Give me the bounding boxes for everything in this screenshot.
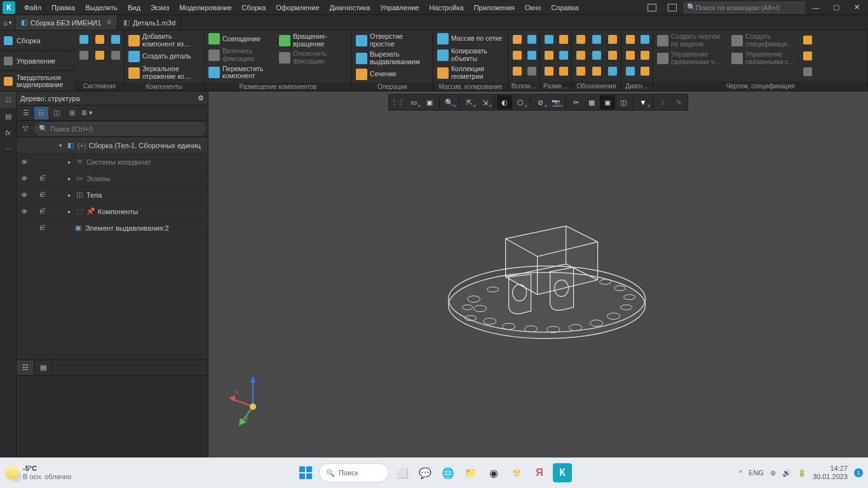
new-doc-button[interactable] bbox=[76, 32, 92, 47]
tree-node-coords[interactable]: 👁 ▸ ⤧ Системы координат bbox=[17, 154, 208, 170]
menu-file[interactable]: Файл bbox=[19, 4, 46, 11]
ann-btn-1[interactable] bbox=[573, 32, 588, 47]
visibility-toggle[interactable]: 👁 bbox=[17, 158, 32, 166]
vt-sketch[interactable]: ▭▾ bbox=[406, 95, 421, 109]
copy-objects-button[interactable]: Копировать объекты bbox=[435, 46, 506, 64]
vt-measure[interactable]: ⟟ bbox=[655, 95, 670, 109]
visibility-toggle[interactable]: 👁 bbox=[17, 175, 32, 182]
rail-vars-icon[interactable]: fx bbox=[0, 125, 16, 141]
taskbar-search[interactable]: 🔍Поиск bbox=[319, 463, 389, 482]
tree-view-2[interactable]: ☷ bbox=[34, 107, 48, 119]
menu-help[interactable]: Справка bbox=[546, 4, 584, 11]
dim-btn-6[interactable] bbox=[556, 64, 571, 79]
tray-language[interactable]: ENG bbox=[749, 469, 764, 477]
tree-node-sketches[interactable]: 👁 ∈ ▸ ▭ Эскизы bbox=[17, 170, 208, 187]
vt-orient-2[interactable]: ⇲▾ bbox=[477, 95, 492, 109]
start-button[interactable] bbox=[296, 463, 315, 482]
menu-diagnostics[interactable]: Диагностика bbox=[325, 4, 376, 11]
include-toggle[interactable]: ∈ bbox=[34, 207, 50, 215]
tray-clock[interactable]: 14:27 30.01.2023 bbox=[813, 464, 848, 481]
aux-btn-6[interactable] bbox=[524, 64, 539, 79]
tree-search-input[interactable]: 🔍 Поиск (Ctrl+/) bbox=[34, 123, 205, 135]
tree-view-1[interactable]: ☰ bbox=[19, 107, 33, 119]
tab-part[interactable]: ◧ Деталь1.m3d bbox=[118, 15, 181, 30]
tree-view-5[interactable]: ≣ ▾ bbox=[80, 107, 94, 119]
manage-specs-button[interactable]: Управление связанными с… bbox=[729, 50, 803, 67]
aux-btn-1[interactable] bbox=[510, 32, 525, 47]
ann-btn-3[interactable] bbox=[605, 32, 620, 47]
dim-btn-5[interactable] bbox=[541, 64, 557, 79]
include-toggle[interactable]: ∈ bbox=[34, 191, 50, 199]
command-search-input[interactable]: 🔍 Поиск по командам (Alt+/) bbox=[684, 2, 804, 13]
tree-root[interactable]: ▾ ◧ (+) Сборка (Тел-1, Сборочных единиц bbox=[17, 137, 208, 154]
app-kompas[interactable]: К bbox=[553, 463, 572, 482]
menu-view[interactable]: Вид bbox=[123, 4, 146, 11]
gear-icon[interactable]: ⚙ bbox=[198, 94, 204, 102]
hole-button[interactable]: Отверстие простое bbox=[353, 32, 431, 49]
app-edge[interactable]: 🌐 bbox=[438, 463, 458, 482]
aux-btn-2[interactable] bbox=[524, 32, 539, 47]
create-spec-button[interactable]: Создать спецификаци… bbox=[729, 32, 803, 49]
undo-button[interactable] bbox=[92, 48, 107, 63]
weather-widget[interactable]: -5°C В осн. облачно bbox=[5, 464, 71, 481]
print-button[interactable] bbox=[76, 48, 92, 63]
vt-zoom[interactable]: 🔍▾ bbox=[442, 95, 457, 109]
menu-apps[interactable]: Приложения bbox=[469, 4, 520, 11]
extra-btn-2[interactable] bbox=[803, 51, 817, 60]
disable-fix-button[interactable]: Отключить фиксацию bbox=[276, 49, 346, 66]
3d-viewport[interactable]: ⋮⋮ ▭▾ ▣ 🔍▾ ⇱▾ ⇲▾ ◐ ⬡▾ ⊘▾ 📷▾ ✂ ▦ ▣ ◫ ▼▾ ⟟… bbox=[208, 92, 868, 458]
enable-fix-button[interactable]: Включить фиксацию bbox=[206, 46, 276, 64]
window-maximize[interactable]: ▢ bbox=[827, 2, 845, 13]
diag-btn-5[interactable] bbox=[623, 64, 638, 79]
layout-icon-1[interactable] bbox=[643, 2, 661, 13]
volume-icon[interactable]: 🔊 bbox=[782, 469, 791, 477]
array-grid-button[interactable]: Массив по сетке bbox=[435, 32, 506, 46]
tree-node-bodies[interactable]: 👁 ∈ ▸ ◫ Тела bbox=[17, 187, 208, 203]
task-view[interactable]: ⬜ bbox=[393, 463, 412, 482]
diag-btn-3[interactable] bbox=[623, 48, 638, 63]
tree-node-components[interactable]: 👁 ∈ ▸ ⬚ 📌 Компоненты bbox=[17, 203, 208, 220]
ann-btn-5[interactable] bbox=[589, 48, 604, 63]
open-button[interactable] bbox=[92, 32, 107, 47]
window-close[interactable]: ✕ bbox=[848, 2, 865, 13]
ann-btn-4[interactable] bbox=[573, 48, 588, 63]
vt-hide[interactable]: ⊘▾ bbox=[532, 95, 548, 109]
vt-tool-3[interactable]: ▣ bbox=[600, 95, 615, 109]
menu-sketch[interactable]: Эскиз bbox=[146, 4, 174, 11]
ann-btn-9[interactable] bbox=[605, 64, 620, 79]
app-hazard[interactable]: ☢ bbox=[507, 463, 526, 482]
menu-edit[interactable]: Правка bbox=[46, 4, 80, 11]
ann-btn-2[interactable] bbox=[589, 32, 604, 47]
section-button[interactable]: Сечение bbox=[353, 67, 431, 81]
visibility-toggle[interactable]: 👁 bbox=[17, 191, 32, 199]
tray-chevron-icon[interactable]: ^ bbox=[739, 469, 742, 477]
menu-manage[interactable]: Управление bbox=[375, 4, 424, 11]
vt-picker[interactable]: ✎ bbox=[671, 95, 686, 109]
vt-grip[interactable]: ⋮⋮ bbox=[390, 95, 405, 109]
diag-btn-2[interactable] bbox=[637, 32, 653, 47]
app-chrome[interactable]: ◉ bbox=[484, 463, 503, 482]
visibility-toggle[interactable]: 👁 bbox=[17, 208, 32, 215]
aux-btn-3[interactable] bbox=[510, 48, 525, 63]
ann-btn-8[interactable] bbox=[589, 64, 604, 79]
bottom-tab-2[interactable]: ▤ bbox=[34, 360, 52, 375]
mirror-component-button[interactable]: Зеркальное отражение ко… bbox=[126, 64, 203, 81]
dim-btn-1[interactable] bbox=[541, 32, 557, 47]
menu-settings[interactable]: Настройка bbox=[424, 4, 468, 11]
redo-button[interactable] bbox=[108, 48, 123, 63]
vt-stop[interactable]: ▣ bbox=[422, 95, 437, 109]
battery-icon[interactable]: 🔋 bbox=[797, 469, 806, 477]
rotation-button[interactable]: Вращение-вращение bbox=[276, 32, 346, 49]
rail-more-icon[interactable]: ⋯ bbox=[0, 141, 16, 158]
diag-btn-6[interactable] bbox=[637, 64, 653, 79]
extra-btn-1[interactable] bbox=[803, 36, 817, 44]
vt-filter[interactable]: ▼▾ bbox=[635, 95, 651, 109]
mode-manage[interactable]: Управление bbox=[0, 51, 75, 71]
dim-btn-3[interactable] bbox=[541, 48, 557, 63]
extra-btn-3[interactable] bbox=[803, 67, 817, 76]
aux-btn-4[interactable] bbox=[524, 48, 539, 63]
axis-gizmo[interactable]: X Y bbox=[227, 375, 278, 426]
include-toggle[interactable]: ∈ bbox=[34, 174, 50, 182]
add-component-button[interactable]: Добавить компонент из… bbox=[126, 32, 203, 49]
tree-view-4[interactable]: ⊞ bbox=[65, 107, 79, 119]
